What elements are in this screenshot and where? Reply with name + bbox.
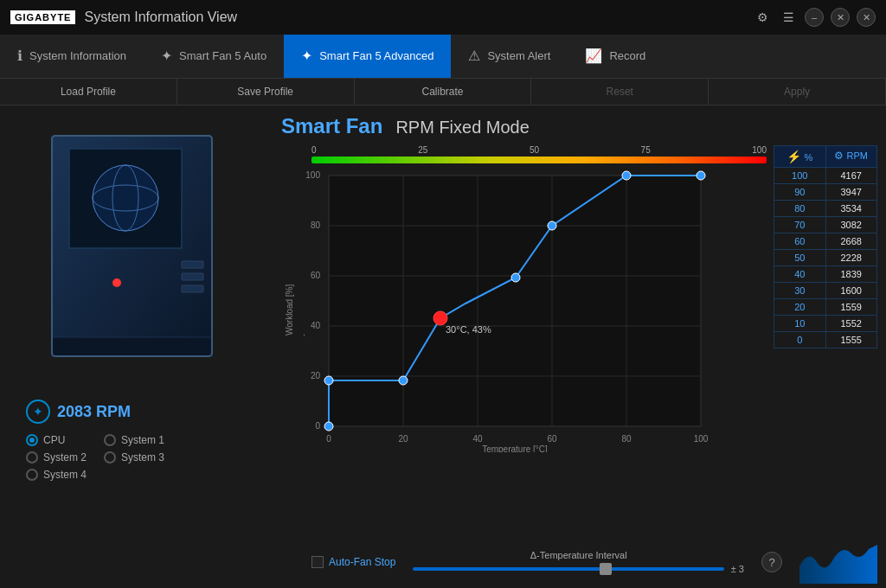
svg-point-43 [511,273,520,282]
rpm-row: 903947 [774,184,877,201]
fan-option-cpu[interactable]: CPU [26,434,87,446]
fan-icon: ✦ [26,399,50,424]
record-icon: 📈 [585,48,602,64]
delta-temp-control: Δ-Temperature Interval ± 3 [413,550,744,574]
rpm-cell-val: 1600 [826,283,877,298]
slider-thumb[interactable] [600,563,612,575]
radio-system1 [104,434,116,446]
chart-title-sub: RPM Fixed Mode [395,118,530,137]
rpm-cell-val: 3534 [826,201,877,216]
help-button[interactable]: ? [761,552,782,572]
radio-cpu [26,434,38,446]
rpm-cell-pct: 40 [774,266,826,282]
load-profile-button[interactable]: Load Profile [0,79,177,105]
chart-svg-wrapper: Workload [%] [281,167,767,452]
svg-text:60: 60 [547,434,557,444]
rpm-cell-val: 1552 [826,316,877,331]
rpm-row: 1004167 [774,168,877,184]
svg-text:0: 0 [326,434,331,444]
rpm-row: 101552 [774,316,877,332]
rpm-cell-val: 3947 [826,184,877,200]
chart-container: 0 25 50 75 100 Workload [%] [281,145,767,535]
svg-text:40: 40 [311,321,321,330]
svg-text:80: 80 [311,220,321,230]
svg-point-47 [433,311,447,325]
rpm-row: 201559 [774,299,877,316]
smart-fan-advanced-icon: ✦ [301,48,312,64]
rpm-cell-val: 1559 [826,299,877,315]
minimize-button[interactable]: – [805,8,824,27]
fan-option-system4[interactable]: System 4 [26,469,87,481]
chart-area: 0 25 50 75 100 Workload [%] [281,145,877,535]
rpm-cell-pct: 100 [774,168,826,183]
auto-fan-stop[interactable]: Auto-Fan Stop [311,556,395,568]
rpm-cell-pct: 30 [774,283,826,298]
tab-record[interactable]: 📈 Record [568,35,663,78]
close-button[interactable]: ✕ [857,8,876,27]
delta-temp-label: Δ-Temperature Interval [530,550,627,560]
rpm-cell-val: 2668 [826,233,877,249]
svg-text:100: 100 [694,434,709,444]
calibrate-button[interactable]: Calibrate [355,79,532,105]
svg-text:60: 60 [311,271,321,280]
svg-text:30°C, 43%: 30°C, 43% [446,324,491,335]
tab-smart-fan-auto-label: Smart Fan 5 Auto [179,49,266,62]
color-bar [311,157,767,163]
rpm-row: 301600 [774,283,877,299]
fan-label-system4: System 4 [43,469,87,481]
rpm-row: 602668 [774,233,877,250]
close-circle-button[interactable]: ✕ [831,8,850,27]
color-bar-container: 0 25 50 75 100 [311,145,767,163]
svg-text:100: 100 [305,170,320,180]
fan-option-system2[interactable]: System 2 [26,451,87,463]
settings-button[interactable]: ⚙ [753,8,772,27]
y-axis-label: Workload [%] [281,167,294,452]
svg-text:0: 0 [315,421,320,431]
radio-cpu-inner [29,438,35,443]
system-alert-icon: ⚠ [468,48,480,64]
svg-rect-13 [329,176,701,426]
apply-button[interactable]: Apply [709,79,886,105]
rpm-cell-pct: 60 [774,233,826,249]
rpm-cell-val: 4167 [826,168,877,183]
rpm-row: 803534 [774,201,877,217]
chart-svg[interactable]: 0 20 40 60 80 100 - 0 20 40 60 80 100 [294,167,709,452]
tab-system-info-label: System Information [29,49,126,62]
radio-system3 [104,451,116,463]
tab-smart-fan-advanced[interactable]: ✦ Smart Fan 5 Advanced [284,35,451,78]
rpm-cell-pct: 0 [774,332,826,348]
rpm-cell-pct: 20 [774,299,826,315]
rpm-cell-pct: 10 [774,316,826,331]
fan-info: ✦ 2083 RPM [17,399,131,424]
svg-point-7 [112,278,121,287]
rpm-row: 01555 [774,332,877,348]
menu-button[interactable]: ☰ [779,8,798,27]
reset-button[interactable]: Reset [531,79,709,105]
tab-system-alert-label: System Alert [487,49,550,62]
rpm-table: ⚡ % ⚙ RPM 100416790394780353470308260266… [774,145,877,535]
nav-tabs: ℹ System Information ✦ Smart Fan 5 Auto … [0,35,886,78]
fan-option-system1[interactable]: System 1 [104,434,164,446]
smart-fan-auto-icon: ✦ [161,48,172,64]
bottom-controls: Auto-Fan Stop Δ-Temperature Interval ± 3… [281,535,877,584]
slider-value: ± 3 [731,564,744,574]
svg-text:20: 20 [311,371,321,380]
save-profile-button[interactable]: Save Profile [177,79,355,105]
tab-system-info[interactable]: ℹ System Information [0,35,144,78]
wave-svg [799,540,877,584]
fan-label-system1: System 1 [121,434,164,446]
chart-header: Smart Fan RPM Fixed Mode [281,114,877,138]
delta-temp-slider[interactable] [413,567,723,571]
auto-fan-checkbox[interactable] [311,556,324,568]
fan-option-system3[interactable]: System 3 [104,451,164,463]
svg-point-45 [622,171,631,180]
fan-label-cpu: CPU [43,434,65,446]
tab-smart-fan-auto[interactable]: ✦ Smart Fan 5 Auto [144,35,284,78]
tab-system-alert[interactable]: ⚠ System Alert [451,35,568,78]
rpm-row: 502228 [774,250,877,266]
svg-rect-10 [182,285,203,292]
svg-rect-8 [182,261,203,268]
svg-point-42 [399,376,408,385]
rpm-cell-pct: 90 [774,184,826,200]
fan-label-system2: System 2 [43,451,87,463]
